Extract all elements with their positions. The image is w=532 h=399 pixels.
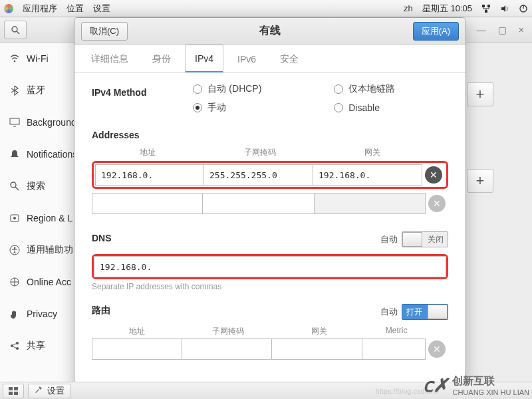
- routes-auto-switch[interactable]: 自动 打开: [380, 304, 448, 320]
- svg-rect-21: [14, 387, 18, 390]
- radio-manual[interactable]: 手动: [193, 102, 307, 114]
- sidebar-item-online-accounts[interactable]: Online Acc: [0, 266, 79, 298]
- share-icon: [9, 340, 20, 351]
- sidebar-item-notifications[interactable]: Notifications: [0, 138, 79, 170]
- routes-title: 路由: [92, 305, 110, 317]
- svg-rect-22: [9, 392, 13, 395]
- sidebar-item-privacy[interactable]: Privacy: [0, 298, 79, 330]
- address-row-empty: ✕: [92, 193, 448, 214]
- address-input-empty[interactable]: [92, 193, 203, 214]
- gateway-input-empty[interactable]: [315, 193, 426, 214]
- radio-label: 仅本地链路: [348, 83, 395, 95]
- radio-label: Disable: [348, 102, 380, 113]
- addresses-title: Addresses: [92, 130, 448, 140]
- sidebar-item-label: 蓝牙: [27, 84, 45, 96]
- address-input[interactable]: 192.168.0.: [95, 164, 204, 186]
- apply-button[interactable]: 应用(A): [413, 22, 459, 41]
- input-lang[interactable]: zh: [404, 3, 413, 13]
- dns-input[interactable]: 192.168.0.: [94, 256, 446, 277]
- gateway-input[interactable]: 192.168.0.: [313, 164, 422, 186]
- settings-sidebar: Wi-Fi 蓝牙 Background Notifications 搜索 Reg…: [0, 43, 80, 383]
- cancel-button[interactable]: 取消(C): [81, 22, 128, 41]
- window-list-button[interactable]: [3, 384, 24, 398]
- activities-logo-icon: [4, 4, 13, 13]
- route-gateway-input[interactable]: [272, 338, 362, 360]
- sidebar-item-label: 通用辅助功: [27, 244, 73, 256]
- switch-label: 自动: [380, 233, 398, 245]
- sidebar-item-label: 搜索: [27, 180, 45, 192]
- display-icon: [9, 117, 20, 128]
- svg-point-19: [16, 347, 19, 350]
- radio-linklocal[interactable]: 仅本地链路: [334, 83, 448, 95]
- window-close[interactable]: ×: [519, 25, 524, 35]
- menu-places[interactable]: 位置: [66, 3, 84, 15]
- dns-input-highlight: 192.168.0.: [92, 254, 448, 279]
- window-minimize[interactable]: —: [477, 25, 486, 35]
- netmask-input-empty[interactable]: [203, 193, 314, 214]
- power-icon[interactable]: [519, 4, 528, 13]
- clock[interactable]: 星期五 10:05: [422, 3, 472, 15]
- route-metric-input[interactable]: [362, 338, 426, 360]
- tab-ipv4[interactable]: IPv4: [185, 45, 223, 72]
- svg-rect-23: [14, 392, 18, 395]
- search-icon: [9, 181, 20, 192]
- sidebar-item-bluetooth[interactable]: 蓝牙: [0, 74, 79, 106]
- svg-point-10: [11, 182, 16, 188]
- route-address-input[interactable]: [92, 338, 182, 360]
- panel-add-button-2[interactable]: +: [467, 169, 493, 193]
- sidebar-item-sharing[interactable]: 共享: [0, 330, 79, 362]
- network-icon[interactable]: [481, 4, 491, 13]
- col-netmask: 子网掩码: [204, 147, 317, 158]
- sidebar-item-wifi[interactable]: Wi-Fi: [0, 43, 79, 74]
- route-col-metric: Metric: [364, 326, 428, 337]
- dns-hint: Separate IP addresses with commas: [92, 282, 448, 291]
- menu-apps[interactable]: 应用程序: [23, 3, 57, 15]
- sidebar-item-label: Privacy: [27, 309, 57, 319]
- task-label: 设置: [47, 385, 65, 397]
- svg-rect-8: [10, 118, 19, 124]
- volume-icon[interactable]: [500, 4, 509, 13]
- svg-rect-0: [482, 5, 485, 7]
- search-button[interactable]: [4, 21, 27, 39]
- tab-details[interactable]: 详细信息: [81, 45, 138, 72]
- delete-row-button-disabled: ✕: [428, 195, 446, 212]
- radio-label: 自动 (DHCP): [207, 83, 261, 95]
- ipv4-method-label: IPv4 Method: [92, 87, 146, 119]
- menu-settings[interactable]: 设置: [93, 3, 110, 15]
- netmask-input[interactable]: 255.255.255.0: [204, 164, 313, 186]
- svg-line-6: [17, 31, 19, 34]
- sidebar-item-label: Background: [27, 117, 76, 128]
- task-settings[interactable]: 设置: [28, 384, 70, 398]
- delete-row-button[interactable]: ✕: [425, 166, 442, 184]
- sidebar-item-accessibility[interactable]: 通用辅助功: [0, 234, 79, 266]
- svg-rect-2: [485, 10, 487, 13]
- col-gateway: 网关: [316, 147, 428, 158]
- region-icon: [9, 213, 20, 223]
- svg-point-13: [13, 217, 16, 219]
- radio-disable[interactable]: Disable: [334, 102, 448, 114]
- route-delete-button: ✕: [428, 340, 446, 358]
- panel-add-button-1[interactable]: +: [467, 82, 493, 106]
- sidebar-item-search[interactable]: 搜索: [0, 170, 79, 202]
- sidebar-item-region[interactable]: Region & L: [0, 202, 79, 234]
- route-col-netmask: 子网掩码: [183, 326, 274, 337]
- tab-identity[interactable]: 身份: [142, 45, 181, 72]
- radio-dhcp[interactable]: 自动 (DHCP): [193, 83, 307, 95]
- route-col-gateway: 网关: [274, 326, 365, 337]
- gnome-top-bar: 应用程序 位置 设置 zh 星期五 10:05: [0, 0, 532, 17]
- address-row-highlight: 192.168.0. 255.255.255.0 192.168.0. ✕: [92, 161, 448, 189]
- switch-label: 自动: [380, 306, 398, 318]
- route-netmask-input[interactable]: [182, 338, 273, 360]
- online-accounts-icon: [9, 277, 20, 287]
- sidebar-item-label: Wi-Fi: [27, 53, 49, 64]
- bluetooth-icon: [9, 85, 20, 96]
- sidebar-item-background[interactable]: Background: [0, 106, 79, 138]
- tab-ipv6[interactable]: IPv6: [227, 45, 266, 72]
- dialog-header: 取消(C) 有线 应用(A): [74, 18, 466, 45]
- sidebar-item-label: 共享: [27, 340, 45, 352]
- svg-point-15: [14, 247, 16, 249]
- tab-security[interactable]: 安全: [270, 45, 309, 72]
- dns-auto-switch[interactable]: 自动 关闭: [380, 231, 448, 247]
- accessibility-icon: [9, 245, 20, 255]
- window-maximize[interactable]: ▢: [498, 25, 507, 35]
